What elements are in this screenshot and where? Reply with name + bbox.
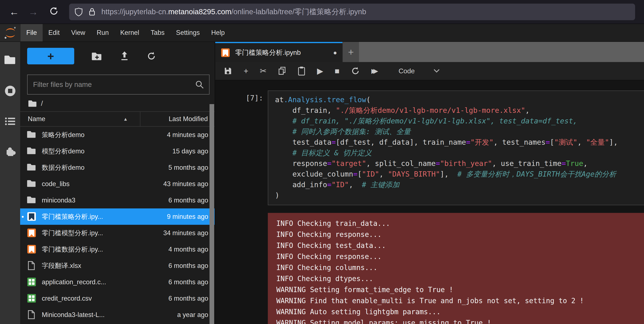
activity-bar xyxy=(0,42,20,324)
file-name: code_libs xyxy=(42,180,161,188)
folder-icon xyxy=(27,130,36,138)
file-name: 零门槛数据分析.ipy... xyxy=(42,245,166,254)
breadcrumb-root[interactable]: / xyxy=(41,99,43,107)
file-name: Miniconda3-latest-L... xyxy=(42,311,175,319)
file-browser-toolbar: + xyxy=(27,48,214,64)
lock-icon xyxy=(88,8,96,16)
output-line: INFO Checking response... xyxy=(276,251,644,262)
output-line: WARNING Find that enable_multi is True a… xyxy=(276,295,644,306)
output-line: WARNING Setting model params: use_missin… xyxy=(276,317,644,324)
code-line: df_train, "./策略分析demo/v1-lgb-more/v1-lgb… xyxy=(275,105,644,116)
file-browser-icon[interactable] xyxy=(4,54,16,66)
file-row[interactable]: 零门槛模型分析.ipy...34 minutes ago xyxy=(20,225,214,241)
code-cell-editor[interactable]: at.Analysis.tree_flow( df_train, "./策略分析… xyxy=(268,90,644,205)
column-divider xyxy=(140,112,140,126)
file-name: 字段翻译.xlsx xyxy=(42,261,166,270)
jupyter-logo-icon xyxy=(4,26,17,39)
restart-kernel-button[interactable] xyxy=(351,67,360,75)
file-row[interactable]: miniconda36 months ago xyxy=(20,192,214,208)
cell-stderr-output: INFO Checking train_data...INFO Checking… xyxy=(268,213,644,324)
cell-type-value: Code xyxy=(398,67,415,75)
save-button[interactable] xyxy=(224,67,232,75)
file-row[interactable]: credit_record.csv6 months ago xyxy=(20,290,214,306)
spreadsheet-icon xyxy=(27,294,36,303)
back-button[interactable]: ← xyxy=(9,7,19,17)
output-line: INFO Checking response... xyxy=(276,229,644,240)
column-name[interactable]: Name xyxy=(28,115,46,123)
file-row[interactable]: Miniconda3-latest-L...a year ago xyxy=(20,306,214,323)
dock-tab-bar: 零门槛策略分析.ipynb ● + xyxy=(215,42,644,62)
upload-button[interactable] xyxy=(120,51,129,61)
forward-button[interactable]: → xyxy=(28,7,38,17)
notebook-icon xyxy=(27,212,36,221)
notebook-content: [7]: at.Analysis.tree_flow( df_train, ".… xyxy=(215,81,644,324)
menu-view[interactable]: View xyxy=(65,24,91,41)
notebook-tab-title: 零门槛策略分析.ipynb xyxy=(235,48,301,57)
file-row[interactable]: 模型分析demo15 days ago xyxy=(20,143,214,159)
running-kernels-icon[interactable] xyxy=(4,85,16,97)
workspace: + / Name ▲ Last Modified 策略分析demo4 minut xyxy=(0,42,644,324)
menu-file[interactable]: File xyxy=(20,24,42,41)
extensions-icon[interactable] xyxy=(4,146,16,158)
column-last-modified[interactable]: Last Modified xyxy=(169,115,208,123)
code-line: test_data=[df_test, df_data], train_name… xyxy=(275,137,644,147)
code-line: exclude_column=["ID", "DAYS_BIRTH"], # 多… xyxy=(275,169,644,179)
refresh-button[interactable] xyxy=(147,51,156,61)
menu-help[interactable]: Help xyxy=(206,24,230,41)
file-modified: 6 months ago xyxy=(168,197,208,204)
file-modified: 9 minutes ago xyxy=(167,213,208,221)
file-name: 模型分析demo xyxy=(42,147,170,156)
file-row[interactable]: code_libs43 minutes ago xyxy=(20,176,214,192)
shield-icon[interactable] xyxy=(75,8,83,16)
breadcrumb[interactable]: / xyxy=(28,99,214,107)
unsaved-changes-indicator[interactable]: ● xyxy=(333,49,337,56)
insert-cell-button[interactable]: + xyxy=(244,67,248,75)
interrupt-kernel-button[interactable]: ■ xyxy=(334,67,340,75)
file-list-scrollbar[interactable] xyxy=(210,104,214,324)
run-cell-button[interactable]: ▶ xyxy=(317,67,323,75)
menu-kernel[interactable]: Kernel xyxy=(114,24,145,41)
file-row[interactable]: 策略分析demo4 minutes ago xyxy=(20,127,214,143)
file-name: 策略分析demo xyxy=(42,130,164,139)
cell-type-select[interactable]: Code xyxy=(398,67,440,75)
code-line: # 目标定义 & 切片定义 xyxy=(275,147,644,158)
search-icon xyxy=(195,80,204,89)
sort-ascending-icon[interactable]: ▲ xyxy=(123,116,128,122)
file-modified: 43 minutes ago xyxy=(163,180,208,188)
cut-cells-button[interactable]: ✂ xyxy=(260,67,266,75)
file-row[interactable]: ●零门槛策略分析.ipy...9 minutes ago xyxy=(20,208,214,225)
table-of-contents-icon[interactable] xyxy=(5,117,16,126)
notebook-icon xyxy=(221,48,230,57)
main-dock-panel: 零门槛策略分析.ipynb ● + + ✂ ▶ ■ ▶▶ xyxy=(214,42,644,324)
file-modified: 4 months ago xyxy=(168,246,208,253)
file-row[interactable]: 零门槛数据分析.ipy...4 months ago xyxy=(20,241,214,257)
filter-files-input[interactable] xyxy=(33,80,195,89)
home-folder-icon[interactable] xyxy=(28,99,37,107)
code-line: add_info="ID", # 主键添加 xyxy=(275,179,644,190)
restart-run-all-button[interactable]: ▶▶ xyxy=(371,68,378,74)
open-file-dot: ● xyxy=(22,214,24,219)
menu-settings[interactable]: Settings xyxy=(170,24,206,41)
add-tab-button[interactable]: + xyxy=(342,42,359,62)
copy-cells-button[interactable] xyxy=(278,67,286,75)
menu-run[interactable]: Run xyxy=(91,24,114,41)
file-name: credit_record.csv xyxy=(42,295,166,302)
menu-tabs[interactable]: Tabs xyxy=(145,24,170,41)
output-line: WARNING Setting format_time_edge to True… xyxy=(276,284,644,295)
file-row[interactable]: 数据分析demo5 months ago xyxy=(20,159,214,176)
chevron-down-icon xyxy=(434,69,440,73)
new-launcher-button[interactable]: + xyxy=(27,48,74,64)
address-bar[interactable]: https://jupyterlab-cn.metanoia8295.com/o… xyxy=(69,4,635,20)
paste-cells-button[interactable] xyxy=(298,66,306,76)
notebook-tab[interactable]: 零门槛策略分析.ipynb ● xyxy=(215,42,342,62)
file-row[interactable]: 字段翻译.xlsx6 months ago xyxy=(20,257,214,274)
file-row[interactable]: application_record.c...6 months ago xyxy=(20,274,214,290)
spreadsheet-icon xyxy=(27,277,36,287)
menu-edit[interactable]: Edit xyxy=(42,24,65,41)
code-line: ) xyxy=(275,190,644,201)
output-line: INFO Checking columns... xyxy=(276,262,644,273)
reload-button[interactable] xyxy=(49,6,58,17)
new-folder-button[interactable] xyxy=(92,51,102,61)
file-name: 数据分析demo xyxy=(42,163,166,172)
file-browser-panel: + / Name ▲ Last Modified 策略分析demo4 minut xyxy=(20,42,214,324)
